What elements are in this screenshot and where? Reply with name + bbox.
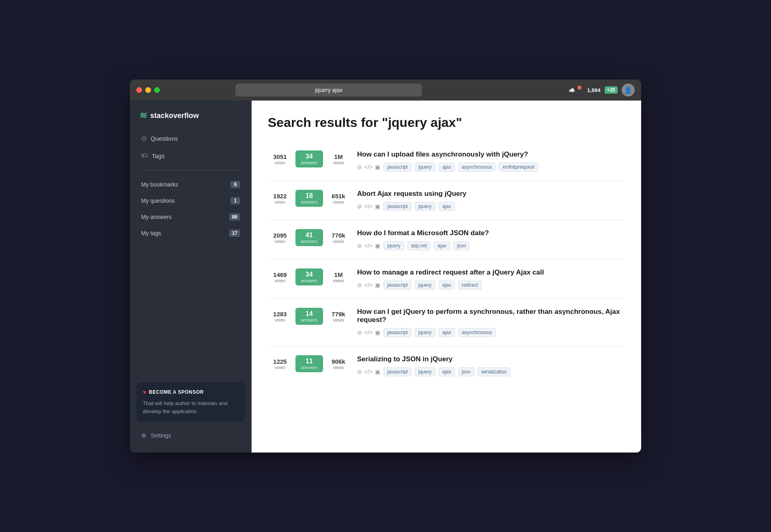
result-stats: 1283 votes 14 answers 779k views [268,308,351,325]
code-icon[interactable]: </> [364,282,373,288]
result-stats: 1225 votes 11 answers 906k views [268,355,351,372]
votes-label: votes [268,317,292,322]
link-icon[interactable]: ⊘ [357,329,362,336]
code-icon[interactable]: </> [364,203,373,210]
votes-label: votes [268,200,292,204]
tag[interactable]: javascript [383,202,411,211]
code-icon[interactable]: </> [364,369,373,375]
my-answers-count: 86 [229,213,240,221]
result-title[interactable]: How do I format a Microsoft JSON date? [357,229,625,237]
link-icon[interactable]: ⊘ [357,369,362,375]
views-box: 1M views [326,271,351,283]
window-body: ≋ stackoverflow ⊙ Questions 🏷 Tags My bo… [130,101,641,453]
tag[interactable]: jquery [415,367,435,376]
tag[interactable]: jquery [383,241,404,250]
result-item: 3051 votes 34 answers 1M views How can I… [268,142,625,181]
code-icon[interactable]: </> [364,164,373,170]
link-icon[interactable]: ⊘ [357,164,362,170]
close-button[interactable] [136,87,142,93]
meta-icons: ⊘ </> ▣ [357,329,380,336]
tag[interactable]: jquery [415,328,435,337]
tag[interactable]: xmlhttprequest [499,163,538,172]
tag[interactable]: jquery [415,163,435,172]
link-icon[interactable]: ⊘ [357,242,362,249]
link-icon[interactable]: ⊘ [357,282,362,288]
result-stats: 2095 votes 41 answers 770k views [268,229,351,246]
views-number: 779k [326,311,351,317]
stat-bookmarks[interactable]: My bookmarks 6 [136,177,245,192]
tag[interactable]: javascript [383,367,411,376]
sponsor-title-text: BECOME A SPONSOR [149,389,204,395]
tag[interactable]: jquery [415,281,435,290]
tag[interactable]: asp.net [407,241,431,250]
result-title[interactable]: How can I get jQuery to perform a synchr… [357,308,625,324]
image-icon[interactable]: ▣ [375,203,380,210]
minimize-button[interactable] [145,87,151,93]
address-bar-text: jquery ajax [315,87,343,93]
tag[interactable]: json [453,241,469,250]
result-stats: 1922 votes 18 answers 651k views [268,190,351,207]
tag[interactable]: ajax [439,328,455,337]
result-title[interactable]: How can I upload files asynchronously wi… [357,150,625,159]
avatar[interactable]: 👤 [622,84,635,97]
tag[interactable]: ajax [439,281,455,290]
result-meta: ⊘ </> ▣ javascriptjqueryajaxasynchronous [357,328,625,337]
titlebar-right: ☁️ 1,694 +25 👤 [569,84,635,97]
image-icon[interactable]: ▣ [375,282,380,288]
answers-label: answers [299,160,319,165]
settings-icon: ⚙ [141,432,146,439]
votes-number: 1225 [268,358,292,365]
tag[interactable]: ajax [439,367,455,376]
result-body: How can I get jQuery to perform a synchr… [357,308,625,337]
sidebar-item-questions[interactable]: ⊙ Questions [136,131,245,146]
answers-box: 11 answers [295,355,323,372]
answers-label: answers [299,365,319,370]
my-answers-label: My answers [141,214,172,220]
link-icon[interactable]: ⊘ [357,203,362,210]
sidebar-settings[interactable]: ⚙ Settings [130,428,252,443]
tag[interactable]: serialization [478,367,510,376]
tag[interactable]: redirect [458,281,482,290]
image-icon[interactable]: ▣ [375,164,380,170]
result-title[interactable]: How to manage a redirect request after a… [357,268,625,277]
tag[interactable]: asynchronous [458,163,496,172]
stat-my-questions[interactable]: My questions 1 [136,193,245,208]
address-bar[interactable]: jquery ajax [235,84,422,97]
result-title[interactable]: Abort Ajax requests using jQuery [357,190,625,198]
answers-label: answers [299,239,319,244]
votes-number: 1283 [268,311,292,317]
tag[interactable]: json [458,367,474,376]
votes-number: 1469 [268,271,292,278]
titlebar: jquery ajax ☁️ 1,694 +25 👤 [130,79,641,101]
logo-icon: ≋ [140,110,147,121]
votes-label: votes [268,365,292,370]
code-icon[interactable]: </> [364,329,373,336]
result-stats: 1469 votes 34 answers 1M views [268,268,351,285]
tag[interactable]: ajax [439,163,455,172]
meta-icons: ⊘ </> ▣ [357,203,380,210]
image-icon[interactable]: ▣ [375,369,380,375]
tag[interactable]: asynchronous [458,328,496,337]
tag[interactable]: javascript [383,328,411,337]
questions-icon: ⊙ [141,135,146,142]
tag[interactable]: jquery [415,202,435,211]
app-window: jquery ajax ☁️ 1,694 +25 👤 ≋ stackoverfl… [130,79,641,453]
maximize-button[interactable] [154,87,160,93]
votes-box: 1283 votes [268,311,292,322]
result-title[interactable]: Serializing to JSON in jQuery [357,355,625,363]
code-icon[interactable]: </> [364,242,373,249]
stat-my-tags[interactable]: My tags 17 [136,225,245,241]
answers-number: 41 [299,232,319,239]
sponsor-text: That will help author to maintain and de… [143,399,239,415]
tag[interactable]: ajax [434,241,450,250]
result-body: How do I format a Microsoft JSON date? ⊘… [357,229,625,250]
result-meta: ⊘ </> ▣ javascriptjqueryajaxasynchronous… [357,163,625,172]
sidebar-item-tags[interactable]: 🏷 Tags [136,148,245,163]
tag[interactable]: ajax [439,202,455,211]
stat-my-answers[interactable]: My answers 86 [136,209,245,225]
views-box: 906k views [326,358,351,370]
image-icon[interactable]: ▣ [375,242,380,249]
tag[interactable]: javascript [383,163,411,172]
tag[interactable]: javascript [383,281,411,290]
image-icon[interactable]: ▣ [375,329,380,336]
